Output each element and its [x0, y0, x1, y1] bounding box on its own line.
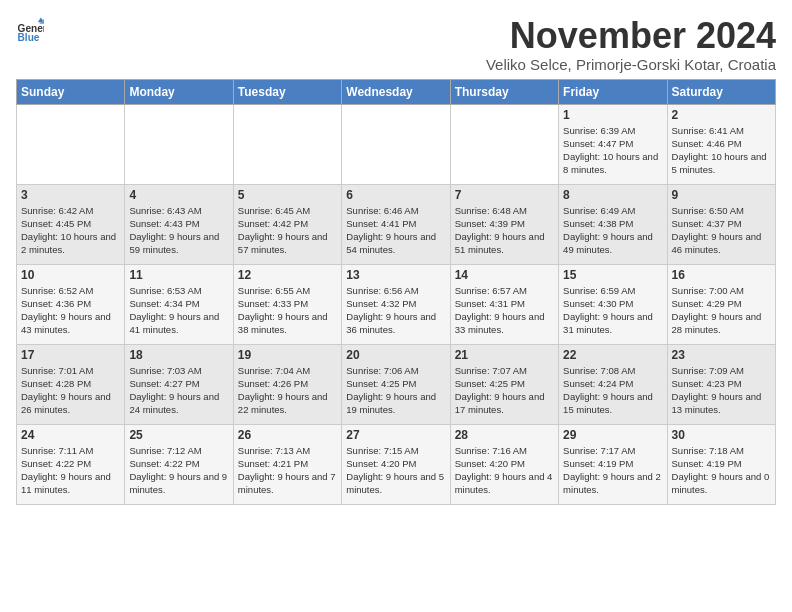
day-info: Sunrise: 6:46 AM Sunset: 4:41 PM Dayligh…: [346, 204, 445, 257]
day-info: Sunrise: 7:01 AM Sunset: 4:28 PM Dayligh…: [21, 364, 120, 417]
table-row: 11Sunrise: 6:53 AM Sunset: 4:34 PM Dayli…: [125, 264, 233, 344]
day-info: Sunrise: 7:00 AM Sunset: 4:29 PM Dayligh…: [672, 284, 771, 337]
table-row: 9Sunrise: 6:50 AM Sunset: 4:37 PM Daylig…: [667, 184, 775, 264]
table-row: [342, 104, 450, 184]
day-number: 18: [129, 348, 228, 362]
day-info: Sunrise: 7:04 AM Sunset: 4:26 PM Dayligh…: [238, 364, 337, 417]
location-title: Veliko Selce, Primorje-Gorski Kotar, Cro…: [486, 56, 776, 73]
day-info: Sunrise: 6:45 AM Sunset: 4:42 PM Dayligh…: [238, 204, 337, 257]
day-info: Sunrise: 7:16 AM Sunset: 4:20 PM Dayligh…: [455, 444, 554, 497]
day-number: 8: [563, 188, 662, 202]
day-info: Sunrise: 6:49 AM Sunset: 4:38 PM Dayligh…: [563, 204, 662, 257]
day-info: Sunrise: 7:07 AM Sunset: 4:25 PM Dayligh…: [455, 364, 554, 417]
table-row: [125, 104, 233, 184]
day-number: 14: [455, 268, 554, 282]
day-info: Sunrise: 7:17 AM Sunset: 4:19 PM Dayligh…: [563, 444, 662, 497]
day-number: 20: [346, 348, 445, 362]
table-row: [450, 104, 558, 184]
day-number: 15: [563, 268, 662, 282]
day-info: Sunrise: 6:41 AM Sunset: 4:46 PM Dayligh…: [672, 124, 771, 177]
day-number: 16: [672, 268, 771, 282]
table-row: 19Sunrise: 7:04 AM Sunset: 4:26 PM Dayli…: [233, 344, 341, 424]
table-row: 10Sunrise: 6:52 AM Sunset: 4:36 PM Dayli…: [17, 264, 125, 344]
day-info: Sunrise: 6:59 AM Sunset: 4:30 PM Dayligh…: [563, 284, 662, 337]
table-row: 7Sunrise: 6:48 AM Sunset: 4:39 PM Daylig…: [450, 184, 558, 264]
table-row: 12Sunrise: 6:55 AM Sunset: 4:33 PM Dayli…: [233, 264, 341, 344]
header-friday: Friday: [559, 79, 667, 104]
day-number: 24: [21, 428, 120, 442]
day-number: 3: [21, 188, 120, 202]
calendar-table: Sunday Monday Tuesday Wednesday Thursday…: [16, 79, 776, 505]
day-info: Sunrise: 6:52 AM Sunset: 4:36 PM Dayligh…: [21, 284, 120, 337]
table-row: 25Sunrise: 7:12 AM Sunset: 4:22 PM Dayli…: [125, 424, 233, 504]
calendar-week-row: 24Sunrise: 7:11 AM Sunset: 4:22 PM Dayli…: [17, 424, 776, 504]
table-row: 29Sunrise: 7:17 AM Sunset: 4:19 PM Dayli…: [559, 424, 667, 504]
table-row: 18Sunrise: 7:03 AM Sunset: 4:27 PM Dayli…: [125, 344, 233, 424]
day-info: Sunrise: 7:11 AM Sunset: 4:22 PM Dayligh…: [21, 444, 120, 497]
calendar-week-row: 17Sunrise: 7:01 AM Sunset: 4:28 PM Dayli…: [17, 344, 776, 424]
day-info: Sunrise: 6:50 AM Sunset: 4:37 PM Dayligh…: [672, 204, 771, 257]
day-number: 28: [455, 428, 554, 442]
title-block: November 2024 Veliko Selce, Primorje-Gor…: [486, 16, 776, 73]
day-number: 25: [129, 428, 228, 442]
logo: General Blue: [16, 16, 44, 44]
day-info: Sunrise: 6:43 AM Sunset: 4:43 PM Dayligh…: [129, 204, 228, 257]
day-info: Sunrise: 7:18 AM Sunset: 4:19 PM Dayligh…: [672, 444, 771, 497]
header-thursday: Thursday: [450, 79, 558, 104]
day-number: 27: [346, 428, 445, 442]
calendar-week-row: 10Sunrise: 6:52 AM Sunset: 4:36 PM Dayli…: [17, 264, 776, 344]
table-row: 2Sunrise: 6:41 AM Sunset: 4:46 PM Daylig…: [667, 104, 775, 184]
table-row: 13Sunrise: 6:56 AM Sunset: 4:32 PM Dayli…: [342, 264, 450, 344]
svg-text:Blue: Blue: [18, 32, 40, 43]
table-row: 4Sunrise: 6:43 AM Sunset: 4:43 PM Daylig…: [125, 184, 233, 264]
day-number: 30: [672, 428, 771, 442]
day-number: 23: [672, 348, 771, 362]
table-row: 23Sunrise: 7:09 AM Sunset: 4:23 PM Dayli…: [667, 344, 775, 424]
table-row: 21Sunrise: 7:07 AM Sunset: 4:25 PM Dayli…: [450, 344, 558, 424]
day-number: 10: [21, 268, 120, 282]
table-row: 5Sunrise: 6:45 AM Sunset: 4:42 PM Daylig…: [233, 184, 341, 264]
table-row: 3Sunrise: 6:42 AM Sunset: 4:45 PM Daylig…: [17, 184, 125, 264]
header-monday: Monday: [125, 79, 233, 104]
day-info: Sunrise: 7:08 AM Sunset: 4:24 PM Dayligh…: [563, 364, 662, 417]
day-info: Sunrise: 7:09 AM Sunset: 4:23 PM Dayligh…: [672, 364, 771, 417]
header-saturday: Saturday: [667, 79, 775, 104]
day-info: Sunrise: 7:12 AM Sunset: 4:22 PM Dayligh…: [129, 444, 228, 497]
day-number: 19: [238, 348, 337, 362]
table-row: 17Sunrise: 7:01 AM Sunset: 4:28 PM Dayli…: [17, 344, 125, 424]
table-row: 24Sunrise: 7:11 AM Sunset: 4:22 PM Dayli…: [17, 424, 125, 504]
day-info: Sunrise: 6:39 AM Sunset: 4:47 PM Dayligh…: [563, 124, 662, 177]
table-row: [17, 104, 125, 184]
table-row: 14Sunrise: 6:57 AM Sunset: 4:31 PM Dayli…: [450, 264, 558, 344]
day-info: Sunrise: 7:13 AM Sunset: 4:21 PM Dayligh…: [238, 444, 337, 497]
table-row: 15Sunrise: 6:59 AM Sunset: 4:30 PM Dayli…: [559, 264, 667, 344]
month-title: November 2024: [486, 16, 776, 56]
day-number: 9: [672, 188, 771, 202]
table-row: 20Sunrise: 7:06 AM Sunset: 4:25 PM Dayli…: [342, 344, 450, 424]
day-info: Sunrise: 7:15 AM Sunset: 4:20 PM Dayligh…: [346, 444, 445, 497]
calendar-week-row: 3Sunrise: 6:42 AM Sunset: 4:45 PM Daylig…: [17, 184, 776, 264]
table-row: [233, 104, 341, 184]
table-row: 22Sunrise: 7:08 AM Sunset: 4:24 PM Dayli…: [559, 344, 667, 424]
main-container: General Blue November 2024 Veliko Selce,…: [0, 0, 792, 515]
header-tuesday: Tuesday: [233, 79, 341, 104]
table-row: 30Sunrise: 7:18 AM Sunset: 4:19 PM Dayli…: [667, 424, 775, 504]
header-sunday: Sunday: [17, 79, 125, 104]
header: General Blue November 2024 Veliko Selce,…: [16, 16, 776, 73]
day-number: 17: [21, 348, 120, 362]
day-number: 6: [346, 188, 445, 202]
day-number: 22: [563, 348, 662, 362]
day-number: 1: [563, 108, 662, 122]
day-info: Sunrise: 6:53 AM Sunset: 4:34 PM Dayligh…: [129, 284, 228, 337]
day-info: Sunrise: 7:06 AM Sunset: 4:25 PM Dayligh…: [346, 364, 445, 417]
calendar-week-row: 1Sunrise: 6:39 AM Sunset: 4:47 PM Daylig…: [17, 104, 776, 184]
day-info: Sunrise: 6:48 AM Sunset: 4:39 PM Dayligh…: [455, 204, 554, 257]
day-number: 26: [238, 428, 337, 442]
day-number: 5: [238, 188, 337, 202]
logo-icon: General Blue: [16, 16, 44, 44]
day-number: 12: [238, 268, 337, 282]
day-number: 29: [563, 428, 662, 442]
day-info: Sunrise: 6:42 AM Sunset: 4:45 PM Dayligh…: [21, 204, 120, 257]
day-number: 2: [672, 108, 771, 122]
table-row: 26Sunrise: 7:13 AM Sunset: 4:21 PM Dayli…: [233, 424, 341, 504]
